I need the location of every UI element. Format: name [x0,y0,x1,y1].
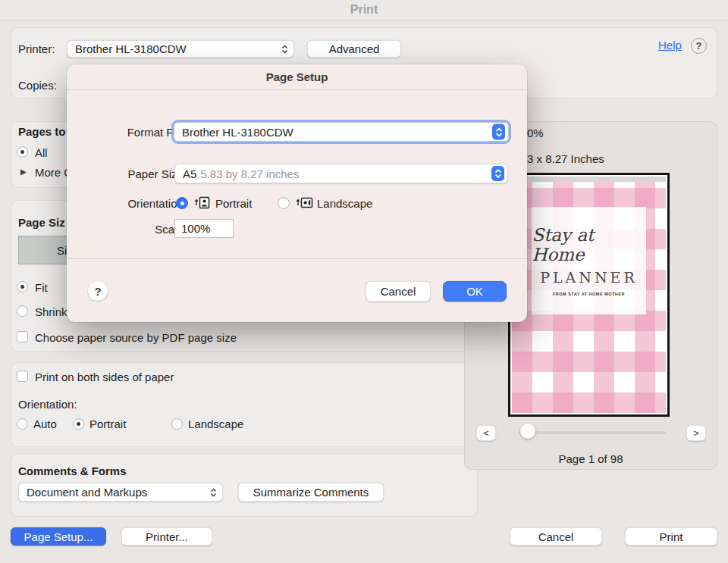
advanced-button-label: Advanced [329,42,380,55]
modal-ok-button[interactable]: OK [443,281,507,302]
window-title: Print [350,3,378,17]
preview-zoom-text: 0% [527,127,544,139]
modal-ok-label: OK [466,285,483,298]
size-segment-label: Si [57,244,67,257]
modal-title: Page Setup [67,64,527,90]
pages-all-label: All [35,146,48,159]
modal-help-glyph: ? [94,285,101,298]
fit-label: Fit [35,281,48,294]
format-for-select[interactable]: Brother HL-3180CDW [171,120,511,144]
format-for-value: Brother HL-3180CDW [182,126,293,139]
page-setup-button[interactable]: Page Setup... [11,527,106,546]
orientation-auto-radio[interactable] [17,418,28,430]
printer-dots-button-label: Printer... [146,530,188,543]
print-dialog-window: Print Printer: Brother HL-3180CDW Advanc… [0,0,728,563]
orientation-label: Orientation: [18,398,77,411]
scale-input[interactable]: 100% [174,219,234,238]
portrait-orientation-icon [194,196,211,209]
cover-subtitle: FROM STAY AT HOME MOTHER [553,292,625,296]
preview-size-text: 3 x 8.27 Inches [527,152,604,165]
comments-select[interactable]: Document and Markups [18,483,223,502]
cover-title-script: Stay at Home [532,225,645,264]
orientation-portrait-label: Portrait [89,418,126,430]
next-page-button[interactable]: > [686,425,706,441]
modal-portrait-label: Portrait [215,197,252,210]
paper-source-checkbox[interactable] [17,331,28,342]
orientation-landscape-radio[interactable] [171,418,183,430]
shrink-label: Shrink [35,305,67,318]
pages-section-title: Pages to [18,125,66,138]
prev-page-glyph: < [483,427,489,439]
paper-size-label: Paper Size: [88,167,187,180]
summarize-comments-button[interactable]: Summarize Comments [238,483,384,502]
scale-value: 100% [181,222,210,235]
both-sides-label: Print on both sides of paper [35,371,174,383]
printer-select[interactable]: Brother HL-3180CDW [67,40,294,58]
print-button-label: Print [660,530,683,543]
chevron-up-down-icon [491,166,504,181]
modal-help-button[interactable]: ? [88,281,108,301]
comments-section-title: Comments & Forms [18,464,127,477]
both-sides-checkbox[interactable] [17,371,28,382]
paper-size-select[interactable]: A5 5.83 by 8.27 inches [174,164,508,183]
cover-title-serif: PLANNER [540,269,638,286]
copies-label: Copies: [18,79,57,92]
modal-portrait-radio[interactable] [176,197,188,209]
page-count-label: Page 1 of 98 [464,452,717,465]
preview-page-frame: Stay at Home PLANNER FROM STAY AT HOME M… [508,173,670,417]
shrink-radio[interactable] [17,305,28,317]
modal-cancel-button[interactable]: Cancel [366,281,431,302]
modal-cancel-label: Cancel [381,285,416,298]
orientation-auto-label: Auto [33,418,57,430]
modal-footer-divider [67,258,527,259]
printer-dots-button[interactable]: Printer... [121,527,212,546]
chevron-up-down-icon [281,45,288,54]
disclosure-triangle-icon[interactable]: ▶ [20,167,27,176]
paper-size-value: A5 [183,167,196,180]
pages-all-radio[interactable] [17,146,28,158]
modal-orientation-label: Orientation: [88,197,187,210]
modal-landscape-label: Landscape [317,197,372,210]
preview-page: Stay at Home PLANNER FROM STAY AT HOME M… [512,177,666,413]
page-setup-modal: Page Setup Format For: Brother HL-3180CD… [67,64,527,322]
chevron-up-down-icon [210,488,217,497]
cancel-button[interactable]: Cancel [510,527,602,546]
page-top-margin [512,177,666,182]
landscape-orientation-icon [296,196,314,209]
comments-select-value: Document and Markups [27,486,147,499]
help-circle-glyph: ? [696,40,702,52]
help-circle-icon[interactable]: ? [691,38,707,54]
cover-label: Stay at Home PLANNER FROM STAY AT HOME M… [532,207,645,314]
page-setup-button-label: Page Setup... [24,530,93,543]
cancel-button-label: Cancel [538,530,574,543]
window-titlebar: Print [0,0,728,20]
fit-radio[interactable] [17,281,28,292]
scale-label: Scale: [88,223,187,236]
chevron-up-down-icon [492,124,505,140]
paper-source-label: Choose paper source by PDF page size [35,331,237,344]
orientation-landscape-label: Landscape [188,418,243,430]
summarize-comments-label: Summarize Comments [253,486,369,499]
sizing-section-title: Page Siz [18,216,65,229]
help-link[interactable]: Help [658,39,682,52]
print-button[interactable]: Print [625,527,717,546]
page-slider-track[interactable] [519,431,666,434]
printer-label: Printer: [18,42,55,55]
paper-size-detail: 5.83 by 8.27 inches [200,167,299,180]
next-page-glyph: > [693,427,699,439]
prev-page-button[interactable]: < [476,425,496,441]
modal-landscape-radio[interactable] [278,197,290,209]
advanced-button[interactable]: Advanced [307,40,401,58]
page-slider-knob[interactable] [520,424,535,439]
printer-select-value: Brother HL-3180CDW [75,42,187,55]
orientation-portrait-radio[interactable] [73,418,84,430]
